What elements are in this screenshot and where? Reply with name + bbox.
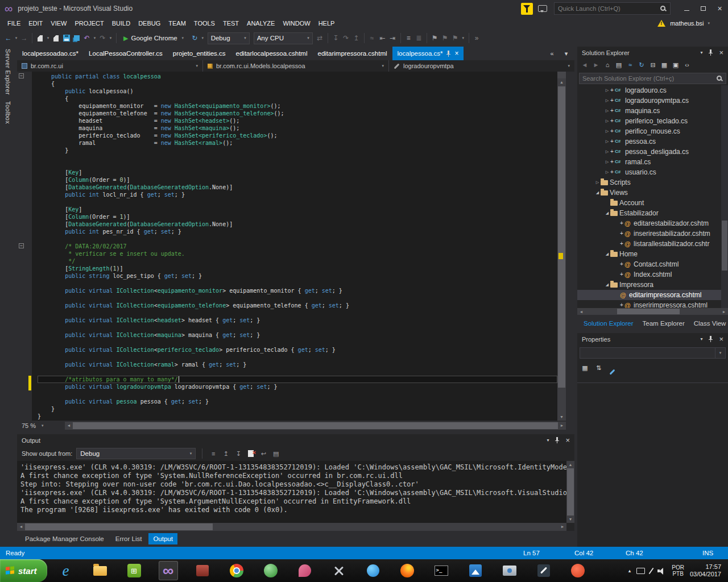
solution-search-input[interactable]: Search Solution Explorer (Ctrl+ç) — [579, 73, 726, 84]
editor-tab[interactable]: localpessoadao.cs* — [17, 47, 84, 60]
expander-icon[interactable]: ▷ — [604, 106, 610, 116]
scrollbar-thumb[interactable] — [567, 468, 574, 516]
internet-explorer-icon[interactable] — [56, 561, 76, 580]
menu-tools[interactable]: TOOLS — [190, 17, 219, 30]
clock[interactable]: 17:57 03/04/2017 — [690, 563, 721, 578]
paint-app-icon[interactable] — [295, 561, 315, 580]
tree-item[interactable]: +@inserirestabilizador.cshtm — [577, 228, 721, 239]
file-explorer-icon[interactable] — [90, 561, 110, 580]
solution-configuration-select[interactable]: Debug▾ — [208, 32, 250, 44]
menu-analyze[interactable]: ANALYZE — [243, 17, 279, 30]
code-line[interactable]: [Key] — [38, 169, 557, 176]
expander-icon[interactable]: ▷ — [604, 126, 610, 136]
solution-explorer-header[interactable]: Solution Explorer ▾ × — [577, 47, 728, 59]
tree-item[interactable]: ▷+C#logradouro.cs — [577, 85, 721, 95]
snipping-tool-icon[interactable] — [329, 561, 349, 580]
scroll-up-icon[interactable]: ▲ — [557, 78, 566, 86]
code-line[interactable]: public int locl_nr_id { get; set; } — [38, 191, 557, 198]
output-source-select[interactable]: Debug ▾ — [76, 448, 196, 459]
tree-item[interactable]: @editarimpressora.cshtml — [577, 290, 721, 300]
messenger-icon[interactable] — [363, 561, 383, 580]
code-line[interactable] — [38, 198, 557, 206]
panel-tab-solution-explorer[interactable]: Solution Explorer — [580, 318, 638, 329]
code-line[interactable]: equipamento_monitor = new HashSet<equipa… — [38, 102, 557, 110]
browser-link-refresh-icon[interactable]: ↻ — [190, 30, 200, 47]
find-in-files-icon[interactable]: ≈ — [367, 30, 377, 47]
code-line[interactable]: public virtual ICollection<headset> head… — [38, 317, 557, 324]
window-position-icon[interactable]: ▾ — [700, 50, 702, 55]
messages-icon[interactable]: ≡ — [209, 446, 218, 461]
notification-warning-icon[interactable] — [657, 20, 666, 27]
code-line[interactable]: [Column(Order = 1)] — [38, 213, 557, 221]
code-line[interactable]: public virtual ICollection<periferico_te… — [38, 346, 557, 354]
globe-app-icon[interactable] — [261, 561, 280, 580]
tree-item[interactable]: ▷+C#ramal.cs — [577, 157, 721, 167]
scroll-left-icon[interactable]: ◄ — [577, 308, 585, 315]
code-line[interactable] — [38, 154, 557, 161]
expander-icon[interactable]: ▷ — [604, 116, 610, 126]
editor-tab[interactable]: editarimpressora.cshtml — [312, 47, 392, 60]
tree-item[interactable]: +@Index.cshtml — [577, 269, 721, 280]
menu-edit[interactable]: EDIT — [24, 17, 47, 30]
code-line[interactable] — [38, 354, 557, 361]
code-line[interactable]: public virtual ICollection<maquina> maqu… — [38, 331, 557, 339]
code-line[interactable]: public int pes_nr_id { get; set; } — [38, 228, 557, 235]
properties-page-icon[interactable]: ▣ — [671, 59, 680, 72]
menu-team[interactable]: TEAM — [164, 17, 190, 30]
code-line[interactable]: /* DATA:20/02/2017 — [38, 243, 557, 250]
code-line[interactable]: equipamento_telefone = new HashSet<equip… — [38, 110, 557, 117]
save-icon[interactable] — [61, 30, 71, 47]
pending-changes-filter-icon[interactable]: ≈ — [626, 59, 635, 72]
show-all-files-icon[interactable]: ▦ — [660, 59, 669, 72]
switch-views-icon[interactable]: ▤ — [614, 59, 623, 72]
tree-item[interactable]: ▷+C#pessoa.cs — [577, 136, 721, 147]
menu-file[interactable]: FILE — [3, 17, 24, 30]
view-code-icon[interactable]: ‹› — [682, 59, 692, 72]
dropdown-caret-icon[interactable]: ▾ — [92, 36, 97, 40]
tree-item[interactable]: ◢Views — [577, 188, 721, 198]
scroll-right-icon[interactable]: ► — [559, 523, 566, 531]
code-line[interactable]: } — [38, 413, 557, 420]
dropdown-caret-icon[interactable]: ▾ — [14, 36, 19, 40]
volume-icon[interactable] — [657, 562, 666, 579]
photos-icon[interactable] — [466, 561, 485, 580]
server-explorer-vertical-tab[interactable]: Server Explorer — [5, 49, 11, 95]
goto-previous-message-icon[interactable]: ↥ — [221, 446, 230, 461]
software-center-icon[interactable] — [125, 561, 144, 580]
photo-viewer-icon[interactable] — [500, 561, 519, 580]
solution-platform-select[interactable]: Any CPU▾ — [254, 32, 313, 44]
toggle-bookmark-icon[interactable]: ⚑ — [430, 30, 440, 47]
language-indicator[interactable]: POR PTB — [672, 564, 684, 577]
properties-object-select[interactable]: ▾ — [580, 347, 726, 359]
tree-item[interactable]: ▷+C#perifico_mouse.cs — [577, 126, 721, 136]
code-line[interactable]: periferico_teclado = new HashSet<perifer… — [38, 132, 557, 139]
fold-collapse-icon[interactable]: − — [19, 73, 24, 78]
expander-icon[interactable]: ▷ — [604, 147, 610, 157]
close-button[interactable]: × — [712, 0, 728, 17]
splitter-grip[interactable] — [557, 72, 566, 78]
expander-icon[interactable]: ◢ — [604, 280, 610, 290]
close-icon[interactable]: × — [565, 436, 570, 444]
dropdown-caret-icon[interactable]: ▾ — [200, 36, 205, 40]
navigate-forward-icon[interactable]: → — [19, 30, 29, 47]
tree-item[interactable]: Account — [577, 198, 721, 208]
redo-icon[interactable]: ↷ — [98, 30, 107, 47]
tree-horizontal-scrollbar[interactable]: ◄ ► — [577, 308, 728, 315]
forward-icon[interactable]: ► — [592, 59, 601, 72]
minimize-button[interactable] — [679, 0, 695, 17]
scrollbar-thumb[interactable] — [558, 86, 565, 388]
output-header[interactable]: Output ▾ × — [17, 434, 574, 446]
code-line[interactable]: [DatabaseGenerated(DatabaseGeneratedOpti… — [38, 221, 557, 228]
tree-item[interactable]: +@Contact.cshtml — [577, 259, 721, 269]
output-vertical-scrollbar[interactable]: ▲ ▼ — [566, 461, 574, 523]
pin-icon[interactable] — [555, 437, 560, 443]
scroll-down-icon[interactable]: ▼ — [557, 413, 566, 421]
tree-item[interactable]: ◢Impressora — [577, 280, 721, 290]
expander-icon[interactable]: ◢ — [594, 188, 601, 198]
code-line[interactable] — [38, 339, 557, 346]
decrease-indent-icon[interactable]: ⇤ — [378, 30, 387, 47]
scroll-down-icon[interactable]: ▼ — [566, 516, 574, 523]
expander-icon[interactable]: ▷ — [604, 167, 610, 177]
back-icon[interactable]: ◄ — [580, 59, 589, 72]
step-out-icon[interactable]: ↥ — [351, 30, 361, 47]
